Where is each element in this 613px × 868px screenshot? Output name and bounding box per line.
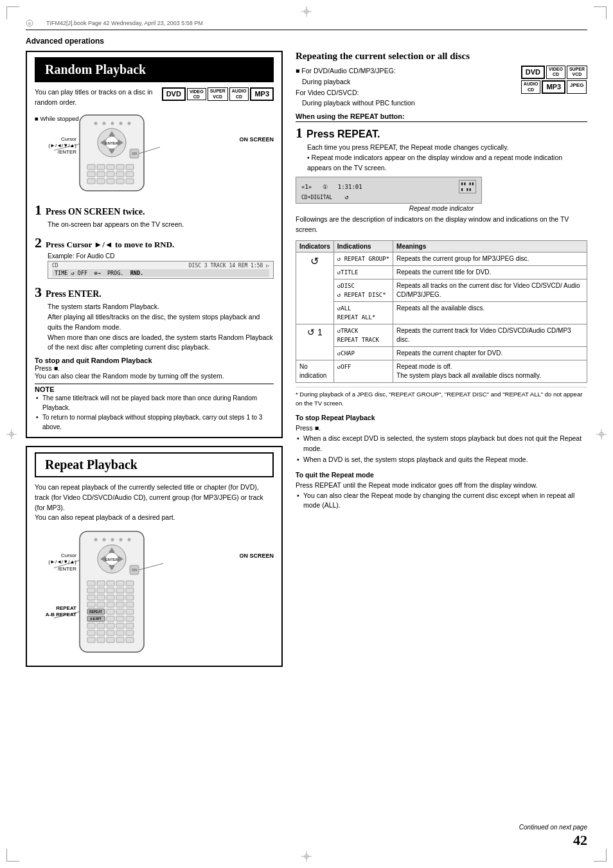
- repeat-intro: You can repeat playback of the currently…: [35, 483, 274, 523]
- random-step2: 2 Press Cursor ►/◄ to move to RND. Examp…: [35, 235, 274, 279]
- disc-display: CD DISC 3 TRACK 14 REM 1:58 ▷ TIME ↺ OFF…: [48, 261, 274, 279]
- svg-rect-102: [97, 637, 105, 642]
- svg-rect-65: [126, 581, 134, 586]
- svg-rect-80: [126, 602, 134, 607]
- badge-super-vcd-r: SUPERVCD: [567, 66, 587, 79]
- table-row: ↺DISC ↺ REPEAT DISC* Repeats all tracks …: [296, 279, 587, 301]
- svg-point-47: [94, 538, 98, 542]
- svg-rect-66: [87, 588, 95, 593]
- random-cursor-label: Cursor(►/◄/▼/▲)/ENTER: [35, 136, 76, 156]
- random-step1-header: 1 Press ON SCREEN twice.: [35, 202, 274, 218]
- svg-point-16: [103, 121, 106, 125]
- svg-point-51: [128, 538, 131, 542]
- svg-rect-77: [97, 602, 105, 607]
- random-step3-body: The system starts Random Playback. After…: [48, 302, 274, 353]
- meaning-all: Repeats all the available discs.: [393, 301, 587, 324]
- svg-rect-62: [97, 581, 105, 586]
- svg-rect-30: [97, 164, 105, 170]
- repeat-playback-title: Repeat Playback: [35, 452, 274, 477]
- svg-rect-97: [97, 630, 105, 635]
- indicators-table: Indicators Indications Meanings ↺ ↺ REPE…: [296, 240, 587, 383]
- svg-point-48: [103, 538, 106, 542]
- meaning-track: Repeats the current track for Video CD/S…: [393, 324, 587, 346]
- svg-point-17: [111, 121, 114, 125]
- random-step1: 1 Press ON SCREEN twice. The on-screen b…: [35, 202, 274, 230]
- continued-text: Continued on next page: [519, 824, 587, 831]
- svg-rect-74: [116, 595, 124, 600]
- random-step2-header: 2 Press Cursor ►/◄ to move to RND.: [35, 235, 274, 251]
- svg-text:⊕: ⊕: [28, 21, 31, 26]
- stop-repeat-bullet2: When a DVD is set, the system stops play…: [296, 455, 587, 465]
- table-row: ↺ ↺ REPEAT GROUP* Repeats the current gr…: [296, 252, 587, 265]
- svg-rect-105: [126, 637, 134, 642]
- table-row: Noindication ↺OFF Repeat mode is off.The…: [296, 360, 587, 382]
- svg-rect-89: [116, 616, 124, 621]
- random-step1-body: The on-screen bar appears on the TV scre…: [48, 220, 274, 230]
- svg-rect-84: [116, 609, 124, 614]
- repeating-section: Repeating the current selection or all d…: [296, 51, 587, 511]
- svg-rect-35: [97, 172, 105, 177]
- svg-point-18: [120, 121, 123, 125]
- left-column: Random Playback You can play titles or t…: [26, 51, 283, 675]
- svg-rect-104: [116, 637, 124, 642]
- repeat-step1-header: 1 Press REPEAT.: [296, 125, 587, 141]
- random-intro: You can play titles or tracks on a disc …: [35, 87, 157, 108]
- svg-rect-72: [97, 595, 105, 600]
- badge-mp3: MP3: [250, 87, 274, 101]
- random-note-1: The same title/track will not be played …: [35, 393, 274, 412]
- svg-rect-101: [87, 637, 95, 642]
- repeat-step1-body: Each time you press REPEAT, the Repeat m…: [307, 143, 587, 173]
- meaning-off: Repeat mode is off.The system plays back…: [393, 360, 587, 382]
- random-note-box: NOTE The same title/track will not be pl…: [35, 384, 274, 432]
- svg-rect-88: [107, 616, 114, 621]
- svg-rect-100: [126, 630, 134, 635]
- badge-jpeg-r: JPEG: [567, 80, 587, 94]
- table-row: ↺ALL REPEAT ALL* Repeats all the availab…: [296, 301, 587, 324]
- random-on-screen-label: ON SCREEN: [239, 136, 274, 143]
- badge-dvd-r: DVD: [521, 66, 545, 79]
- indication-repeat-group: ↺ REPEAT GROUP*: [333, 252, 393, 265]
- svg-rect-70: [126, 588, 134, 593]
- indication-chap: ↺CHAP: [333, 346, 393, 360]
- indication-all: ↺ALL REPEAT ALL*: [333, 301, 393, 324]
- page-container: ⊕ TIFM42[J].book Page 42 Wednesday, Apri…: [0, 0, 613, 868]
- svg-rect-64: [116, 581, 124, 586]
- svg-rect-61: [87, 581, 95, 586]
- svg-rect-68: [107, 588, 114, 593]
- repeating-format-badges: DVD VIDEOCD SUPERVCD AUDIOCD MP3 JPEG: [521, 66, 587, 109]
- svg-rect-78: [107, 602, 114, 607]
- indicator-none: Noindication: [296, 360, 334, 382]
- svg-text:ENTER: ENTER: [105, 558, 119, 562]
- while-stopped-label: ■ While stopped: [35, 115, 79, 122]
- meaning-disc: Repeats all tracks on the current disc f…: [393, 279, 587, 301]
- svg-rect-94: [116, 623, 124, 628]
- repeat-ab-label: REPEATA-B REPEAT: [35, 605, 76, 619]
- svg-rect-96: [87, 630, 95, 635]
- svg-rect-76: [87, 602, 95, 607]
- meaning-repeat-group: Repeats the current group for MP3/JPEG d…: [393, 252, 587, 265]
- svg-point-49: [111, 538, 114, 542]
- svg-rect-95: [126, 623, 134, 628]
- header-bar: ⊕ TIFM42[J].book Page 42 Wednesday, Apri…: [26, 19, 587, 30]
- svg-rect-75: [126, 595, 134, 600]
- random-example: Example: For Audio CD CD DISC 3 TRACK 14…: [48, 252, 274, 279]
- svg-rect-67: [97, 588, 105, 593]
- svg-text:ON: ON: [132, 152, 137, 155]
- svg-rect-32: [116, 164, 124, 170]
- repeating-intro-block: ■ For DVD/Audio CD/MP3/JPEG: During play…: [296, 66, 587, 109]
- svg-rect-92: [97, 623, 105, 628]
- badge-video-cd: VIDEOCD: [187, 88, 206, 100]
- random-stop-section: To stop and quit Random Playback Press ■…: [35, 357, 274, 380]
- svg-point-19: [128, 121, 131, 125]
- svg-rect-34: [87, 172, 95, 177]
- random-format-badges: DVD VIDEOCD SUPERVCD AUDIOCD MP3: [162, 87, 274, 101]
- col-header-indicators: Indicators: [296, 240, 334, 252]
- indication-title: ↺TITLE: [333, 265, 393, 279]
- badge-audio-cd-r: AUDIOCD: [521, 80, 541, 94]
- repeat-playback-section: Repeat Playback You can repeat playback …: [26, 446, 283, 667]
- svg-rect-93: [107, 623, 114, 628]
- svg-rect-37: [116, 172, 124, 177]
- repeating-intro-text: ■ For DVD/Audio CD/MP3/JPEG: During play…: [296, 66, 516, 109]
- svg-rect-69: [116, 588, 124, 593]
- repeat-cursor-label: Cursor(►/◄/▼/▲)/ENTER: [35, 553, 76, 572]
